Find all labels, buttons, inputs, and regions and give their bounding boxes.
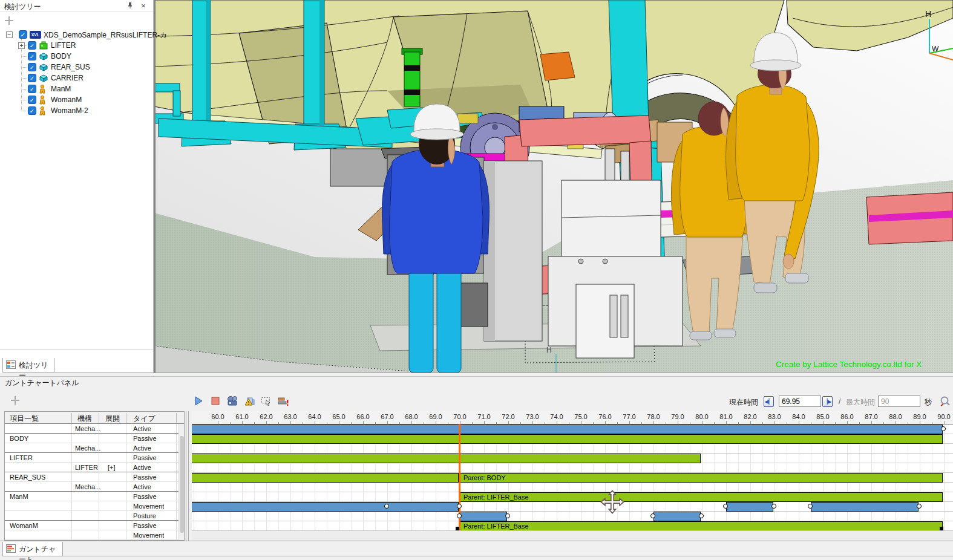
record-movie-icon[interactable]: [226, 395, 240, 407]
study-tree-panel: 検討ツリー × −✓XVLXDS_DemoSample_RRsusLIFTER-…: [0, 0, 154, 373]
table-row[interactable]: Movement: [5, 501, 184, 511]
max-time-input[interactable]: [878, 396, 920, 407]
waypoint-handle[interactable]: [384, 504, 389, 509]
gantt-row[interactable]: [192, 463, 953, 473]
gantt-bar-blue[interactable]: [653, 512, 701, 521]
tree-item-root[interactable]: −✓XVLXDS_DemoSample_RRsusLIFTER-カ: [0, 29, 153, 40]
current-time-input[interactable]: [779, 396, 821, 407]
ruler-tick: [399, 422, 400, 424]
magnifier-icon[interactable]: [939, 396, 951, 409]
close-icon[interactable]: ×: [139, 2, 148, 10]
gantt-bar-blue[interactable]: [192, 425, 943, 434]
table-row[interactable]: REAR_SUSPassive: [5, 472, 184, 482]
waypoint-handle[interactable]: [808, 504, 813, 509]
gantt-bar-blue[interactable]: [460, 512, 507, 521]
3d-scene: H W H Create by Lattice Technology.co.lt…: [154, 0, 953, 373]
ruler-tick: [750, 421, 751, 424]
gantt-row[interactable]: [192, 512, 953, 521]
ruler-tick: [242, 421, 243, 424]
waypoint-handle[interactable]: [699, 513, 704, 518]
checkbox-body[interactable]: ✓: [28, 52, 36, 60]
gantt-row[interactable]: [192, 425, 953, 434]
table-row[interactable]: LIFTERPassive: [5, 453, 184, 463]
gantt-row[interactable]: [192, 454, 953, 463]
step-forward-button[interactable]: ▕▶: [822, 396, 833, 407]
tree-item-manm[interactable]: ✓ManM: [0, 83, 153, 94]
table-row[interactable]: Movement: [5, 530, 184, 540]
3d-viewport[interactable]: H W H Create by Lattice Technology.co.lt…: [154, 0, 953, 373]
waypoint-handle[interactable]: [505, 513, 510, 518]
tree-item-rear_sus[interactable]: ✓REAR_SUS: [0, 62, 153, 73]
table-row[interactable]: Mecha...Active: [5, 424, 184, 434]
tree-item-carrier[interactable]: ✓CARRIER: [0, 73, 153, 83]
gantt-bar-blue[interactable]: [726, 502, 773, 512]
waypoint-handle[interactable]: [457, 504, 462, 509]
gantt-bar-green[interactable]: [192, 454, 701, 463]
gantt-row[interactable]: Parent: LIFTER_Base: [192, 521, 953, 530]
export-warning-icon[interactable]: [243, 395, 257, 407]
checkbox-womanm[interactable]: ✓: [28, 96, 36, 104]
gantt-bar-green[interactable]: [192, 434, 943, 444]
table-row[interactable]: Posture: [5, 511, 184, 521]
waypoint-handle[interactable]: [650, 513, 655, 518]
step-back-button[interactable]: ◀▏: [764, 396, 774, 407]
waypoint-handle[interactable]: [723, 504, 728, 509]
table-chart-splitter[interactable]: [186, 411, 186, 541]
table-vertical-scrollbar[interactable]: [178, 424, 184, 540]
ruler-tick: [303, 422, 303, 424]
table-row[interactable]: BODYPassive: [5, 434, 184, 443]
gantt-bar-green[interactable]: Parent: LIFTER_Base: [460, 492, 943, 502]
pin-icon[interactable]: [126, 2, 134, 10]
box-icon: [39, 63, 48, 73]
gantt-bar-green[interactable]: Parent: LIFTER_Base: [460, 521, 943, 530]
ruler-tick: [944, 421, 945, 424]
gantt-bar-green[interactable]: Parent: BODY: [460, 473, 943, 483]
waypoint-handle[interactable]: [941, 426, 946, 431]
gantt-row[interactable]: [192, 502, 953, 512]
range-select-icon[interactable]: [260, 395, 273, 407]
table-row[interactable]: Mecha...Active: [5, 443, 184, 453]
green-cylinder: [402, 48, 422, 106]
checkbox-rear_sus[interactable]: ✓: [28, 63, 36, 71]
gantt-panel-top-line: [0, 376, 953, 377]
ruler-tick: [508, 421, 509, 424]
gantt-row[interactable]: Parent: LIFTER_Base: [192, 492, 953, 502]
gantt-rows: Parent: BODYParent: LIFTER_BaseParent: L…: [192, 425, 953, 530]
table-row[interactable]: ManMPassive: [5, 492, 184, 501]
stop-icon[interactable]: [209, 395, 223, 407]
gantt-chart-area[interactable]: 60.061.062.063.064.065.066.067.068.069.0…: [192, 411, 953, 530]
table-row[interactable]: Mecha...Active: [5, 482, 184, 492]
tree-add-button[interactable]: [4, 16, 14, 25]
checkbox-womanm-2[interactable]: ✓: [28, 106, 36, 115]
table-row[interactable]: WomanMPassive: [5, 521, 184, 530]
gantt-bar-blue[interactable]: [192, 502, 459, 512]
waypoint-handle[interactable]: [457, 513, 462, 518]
play-icon[interactable]: [192, 395, 206, 407]
gantt-bar-green[interactable]: [192, 473, 459, 483]
gantt-bar-blue[interactable]: [811, 502, 919, 512]
ruler-label: 90.0: [931, 413, 953, 420]
waypoint-handle[interactable]: [771, 504, 776, 509]
tree-item-lifter[interactable]: +✓LIFTER: [0, 40, 153, 51]
gantt-row[interactable]: [192, 444, 953, 454]
chart-horizontal-scrollbar[interactable]: [192, 530, 953, 541]
gantt-item-table[interactable]: 項目一覧 機構 展開 タイプ Mecha...ActiveBODYPassive…: [4, 411, 185, 541]
table-row[interactable]: LIFTER[+]Active: [5, 463, 184, 472]
tree-item-body[interactable]: ✓BODY: [0, 51, 153, 62]
checkbox-root[interactable]: ✓: [19, 30, 27, 39]
gantt-row[interactable]: [192, 434, 953, 444]
tab-gantt-chart[interactable]: ガントチャート: [2, 542, 63, 556]
tree-item-womanm-2[interactable]: ✓WomanM-2: [0, 105, 153, 116]
tab-study-tree[interactable]: 検討ツリー: [2, 358, 54, 373]
tree-item-womanm[interactable]: ✓WomanM: [0, 94, 153, 105]
collapse-toggle[interactable]: −: [6, 31, 13, 38]
expand-toggle[interactable]: +: [18, 42, 25, 49]
priority-bars-icon[interactable]: [277, 395, 290, 407]
checkbox-manm[interactable]: ✓: [28, 85, 36, 93]
waypoint-handle[interactable]: [917, 504, 922, 509]
checkbox-lifter[interactable]: ✓: [28, 41, 36, 50]
gantt-add-button[interactable]: [10, 396, 20, 405]
gantt-row[interactable]: [192, 483, 953, 492]
checkbox-carrier[interactable]: ✓: [28, 74, 36, 82]
gantt-row[interactable]: Parent: BODY: [192, 473, 953, 483]
